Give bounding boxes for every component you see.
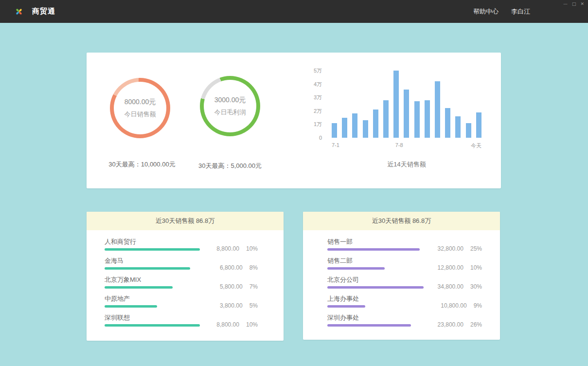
titlebar: 商贸通 帮助中心 李白江 — □ ✕ <box>0 0 588 23</box>
app-title: 商贸通 <box>32 7 55 16</box>
bar <box>383 100 389 138</box>
user-name[interactable]: 李白江 <box>511 7 530 16</box>
x-axis-tick: 7-1 <box>332 142 339 148</box>
department-name: 上海办事处 <box>327 294 482 303</box>
list-item[interactable]: 北京万象MIX 5,800.007% <box>105 274 258 293</box>
titlebar-nav: 帮助中心 李白江 <box>473 7 588 16</box>
progress-bar <box>105 305 157 308</box>
profit-30day-max: 30天最高：5,000.00元 <box>177 162 284 170</box>
bar <box>476 112 481 138</box>
progress-bar <box>327 267 385 270</box>
progress-bar <box>105 286 173 289</box>
list-item[interactable]: 深圳联想 8,800.0010% <box>105 312 258 331</box>
list-item[interactable]: 人和商贸行 8,800.0010% <box>105 237 258 256</box>
row-value: 8,800.0010% <box>216 321 258 328</box>
bar <box>352 113 357 138</box>
customer-panel-title: 近30天销售额 86.8万 <box>87 212 284 230</box>
amount: 8,800.00 <box>216 245 239 252</box>
progress-bar <box>327 324 411 327</box>
percent: 10% <box>470 264 482 271</box>
amount: 23,800.00 <box>438 321 463 328</box>
department-panel-title: 近30天销售额 86.8万 <box>303 212 500 230</box>
amount: 8,800.00 <box>216 321 239 328</box>
progress-bar <box>105 248 200 251</box>
close-button[interactable]: ✕ <box>580 1 584 6</box>
progress-bar <box>105 324 200 327</box>
today-profit-donut: 3000.00元 今日毛利润 <box>200 76 260 136</box>
percent: 9% <box>474 302 482 309</box>
row-value: 5,800.007% <box>220 283 258 290</box>
bar-chart-title: 近14天销售额 <box>332 160 481 169</box>
summary-card: 8000.00元 今日销售额 30天最高：10,000.00元 3000.00元… <box>87 53 501 188</box>
percent: 26% <box>470 321 482 328</box>
list-item[interactable]: 深圳办事处 23,800.0026% <box>327 312 482 331</box>
amount: 6,800.00 <box>220 264 243 271</box>
customer-name: 中原地产 <box>105 294 258 303</box>
customer-name: 深圳联想 <box>105 313 258 322</box>
progress-bar <box>327 248 420 251</box>
row-value: 12,800.0010% <box>438 264 482 271</box>
customer-panel-list: 人和商贸行 8,800.0010% 金海马 6,800.008% 北京万象MIX… <box>87 230 284 331</box>
percent: 7% <box>249 283 258 290</box>
today-profit-label: 今日毛利润 <box>214 108 246 117</box>
percent: 10% <box>246 321 258 328</box>
bar <box>414 101 420 138</box>
progress-bar <box>327 286 424 289</box>
window-controls: — □ ✕ <box>563 1 584 6</box>
help-center-link[interactable]: 帮助中心 <box>473 7 499 16</box>
bar <box>363 120 368 138</box>
amount: 12,800.00 <box>438 264 463 271</box>
list-item[interactable]: 销售二部 12,800.0010% <box>327 256 482 274</box>
list-item[interactable]: 上海办事处 10,800.009% <box>327 293 482 312</box>
amount: 5,800.00 <box>220 283 243 290</box>
bar <box>404 90 409 138</box>
today-sales-donut: 8000.00元 今日销售额 <box>110 78 170 138</box>
today-sales-value: 8000.00元 <box>125 98 156 107</box>
row-value: 34,800.0030% <box>438 283 482 290</box>
bar <box>342 118 347 138</box>
y-axis-tick: 3万 <box>296 94 322 101</box>
today-profit-value: 3000.00元 <box>214 96 246 105</box>
customer-name: 金海马 <box>105 256 258 265</box>
department-name: 深圳办事处 <box>327 313 482 322</box>
bar <box>466 123 471 138</box>
list-item[interactable]: 销售一部 32,800.0025% <box>327 237 482 256</box>
customer-name: 北京万象MIX <box>105 275 258 284</box>
progress-bar <box>105 267 190 270</box>
list-item[interactable]: 中原地产 3,800.005% <box>105 293 258 312</box>
today-sales-donut-center: 8000.00元 今日销售额 <box>114 82 166 134</box>
amount: 10,800.00 <box>441 302 466 309</box>
row-value: 3,800.005% <box>220 302 258 309</box>
bar <box>445 108 450 138</box>
maximize-button[interactable]: □ <box>572 1 576 6</box>
today-profit-donut-center: 3000.00元 今日毛利润 <box>204 80 256 132</box>
y-axis-tick: 2万 <box>296 108 322 115</box>
amount: 3,800.00 <box>220 302 243 309</box>
bar <box>435 81 440 138</box>
bar-chart-plot <box>332 71 481 138</box>
y-axis-tick: 4万 <box>296 81 322 88</box>
minimize-button[interactable]: — <box>563 1 568 6</box>
row-value: 8,800.0010% <box>216 245 258 252</box>
y-axis-tick: 1万 <box>296 121 322 128</box>
list-item[interactable]: 金海马 6,800.008% <box>105 256 258 274</box>
percent: 8% <box>249 264 258 271</box>
amount: 32,800.00 <box>438 245 463 252</box>
y-axis-tick: 5万 <box>296 67 322 74</box>
row-value: 23,800.0026% <box>438 321 482 328</box>
percent: 10% <box>246 245 258 252</box>
row-value: 32,800.0025% <box>438 245 482 252</box>
app-logo-icon <box>14 6 25 18</box>
department-sales-panel: 近30天销售额 86.8万 销售一部 32,800.0025% 销售二部 12,… <box>303 212 500 340</box>
department-name: 北京分公司 <box>327 275 482 284</box>
customer-name: 人和商贸行 <box>105 238 258 246</box>
list-item[interactable]: 北京分公司 34,800.0030% <box>327 274 482 293</box>
customer-sales-panel: 近30天销售额 86.8万 人和商贸行 8,800.0010% 金海马 6,80… <box>87 212 284 341</box>
x-axis-labels: 7-1 7-8 今天 <box>332 142 481 149</box>
bar <box>373 110 378 138</box>
percent: 5% <box>249 302 258 309</box>
department-name: 销售二部 <box>327 256 482 265</box>
x-axis-tick: 7-8 <box>395 142 403 148</box>
department-name: 销售一部 <box>327 238 482 246</box>
x-axis-tick: 今天 <box>471 142 481 149</box>
